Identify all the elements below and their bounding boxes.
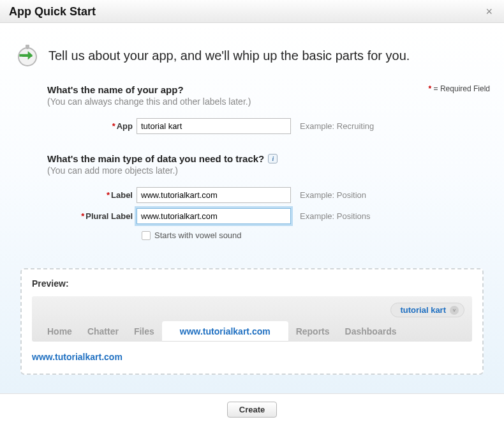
label-field-label: *Label [47, 190, 137, 200]
required-field-note: * = Required Field [429, 84, 490, 93]
preview-object-link[interactable]: www.tutorialkart.com [32, 352, 122, 362]
plural-label-input[interactable] [137, 208, 291, 224]
label-input[interactable] [137, 187, 291, 203]
tab-chatter[interactable]: Chatter [80, 321, 126, 342]
tab-www-tutorialkart-com[interactable]: www.tutorialkart.com [162, 321, 288, 342]
tab-reports[interactable]: Reports [288, 321, 337, 342]
stopwatch-icon [14, 42, 41, 69]
dialog-title: App Quick Start [9, 5, 96, 19]
app-switcher-pill[interactable]: tutorial kart v [390, 303, 464, 317]
vowel-sound-checkbox[interactable] [142, 231, 151, 240]
tab-dashboards[interactable]: Dashboards [337, 321, 404, 342]
tab-home[interactable]: Home [40, 321, 80, 342]
app-example-text: Example: Recruiting [300, 121, 374, 131]
intro-message: Tell us about your app, and we'll whip u… [48, 49, 410, 63]
data-type-question: What's the main type of data you need to… [47, 153, 278, 164]
preview-title: Preview: [32, 278, 472, 289]
create-button[interactable]: Create [227, 402, 277, 418]
app-name-subtext: (You can always change this and other la… [47, 96, 251, 107]
app-field-label: *App [47, 121, 137, 131]
info-icon[interactable]: i [268, 154, 278, 163]
data-type-subtext: (You can add more objects later.) [47, 165, 490, 176]
tab-files[interactable]: Files [126, 321, 162, 342]
chevron-down-icon: v [450, 306, 459, 315]
label-example-text: Example: Position [300, 190, 366, 200]
close-icon[interactable]: × [483, 5, 495, 19]
app-name-question: What's the name of your app? [47, 84, 184, 95]
plural-label-example-text: Example: Positions [300, 211, 371, 221]
svg-rect-2 [27, 47, 29, 49]
app-name-input[interactable] [137, 118, 291, 134]
plural-label-field-label: *Plural Label [47, 211, 137, 221]
preview-panel: Preview: tutorial kart v HomeChatterFile… [20, 268, 484, 375]
vowel-sound-label: Starts with vowel sound [154, 230, 242, 240]
